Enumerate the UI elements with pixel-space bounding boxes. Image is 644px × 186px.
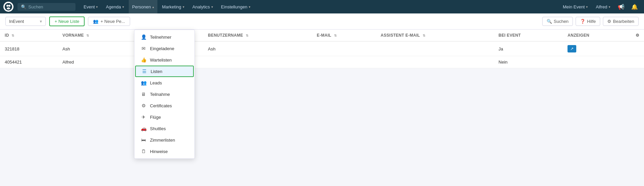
- col-id[interactable]: ID ⇅: [0, 30, 58, 41]
- nav-marketing-arrow: ▾: [183, 5, 184, 9]
- ext-link-button[interactable]: ↗: [568, 45, 576, 52]
- menu-item-teilnehmer[interactable]: 👤Teilnehmer: [134, 31, 194, 43]
- cell-id: 321818: [0, 41, 58, 56]
- cell-row-settings: [631, 41, 644, 56]
- menu-item-eingeladene[interactable]: ✉Eingeladene: [134, 43, 194, 54]
- neue-person-label: + Neue Pe...: [100, 19, 125, 24]
- col-benutzername[interactable]: BENUTZERNAME ⇅: [203, 30, 312, 41]
- filter-dropdown[interactable]: InEvent ▾: [5, 17, 46, 26]
- hilfe-button[interactable]: ❓ Hilfe: [576, 17, 600, 26]
- cell-id: 4054421: [0, 56, 58, 68]
- teilnehmer-icon: 👤: [141, 34, 147, 40]
- neue-liste-button[interactable]: + Neue Liste: [49, 16, 85, 26]
- nav-agenda[interactable]: Agenda ▾: [102, 0, 127, 13]
- col-assistent-email[interactable]: ASSISTENT E-MAIL ⇅: [376, 30, 494, 41]
- cell-assistent-email: [376, 41, 494, 56]
- cell-vorname: Alfred: [58, 56, 136, 68]
- sort-benutzername-icon: ⇅: [246, 34, 248, 37]
- search-box[interactable]: 🔍: [18, 3, 75, 11]
- search-input[interactable]: [28, 4, 72, 9]
- menu-item-wartelisten-label: Wartelisten: [150, 58, 172, 63]
- nav-agenda-arrow: ▾: [122, 5, 124, 9]
- cell-benutzername: [203, 56, 312, 68]
- cell-bei-event: Ja: [494, 41, 563, 56]
- hilfe-icon: ❓: [580, 19, 585, 24]
- megaphone-icon[interactable]: 📢: [615, 0, 627, 13]
- table-row: 4054421 Alfred Alfred... Nein: [0, 56, 644, 68]
- nav-right: Mein Event ▾ Alfred ▾ 📢 🔔: [559, 0, 641, 13]
- suchen-button[interactable]: 🔍 Suchen: [542, 17, 573, 26]
- cell-vorname: Ash: [58, 41, 136, 56]
- svg-point-2: [8, 5, 10, 7]
- filter-value: InEvent: [9, 19, 24, 24]
- personen-dropdown-menu: 👤Teilnehmer✉Eingeladene👍Wartelisten☰List…: [134, 30, 195, 68]
- col-vorname[interactable]: VORNAME ⇅: [58, 30, 136, 41]
- menu-item-eingeladene-label: Eingeladene: [150, 46, 174, 51]
- table-wrap: ID ⇅ VORNAME ⇅ NACH... ⇅ BENUTZERNAME ⇅ …: [0, 30, 644, 68]
- eingeladene-icon: ✉: [141, 46, 147, 51]
- nav-event[interactable]: Event ▾: [80, 0, 101, 13]
- nav-alfred-arrow: ▾: [609, 5, 610, 9]
- bell-icon[interactable]: 🔔: [628, 0, 641, 13]
- search-icon: 🔍: [21, 4, 26, 9]
- cell-benutzername: Ash: [203, 41, 312, 56]
- nav-analytics-arrow: ▾: [211, 5, 213, 9]
- hilfe-label: Hilfe: [587, 19, 596, 24]
- svg-point-3: [7, 7, 10, 9]
- cell-assistent-email: [376, 56, 494, 68]
- top-nav: 🔍 Event ▾ Agenda ▾ Personen ▴ Marketing …: [0, 0, 644, 13]
- nav-event-arrow: ▾: [96, 5, 98, 9]
- sort-vorname-icon: ⇅: [86, 34, 89, 37]
- col-email[interactable]: E-MAIL ⇅: [312, 30, 376, 41]
- menu-item-teilnehmer-label: Teilnehmer: [150, 35, 172, 40]
- suchen-icon: 🔍: [547, 19, 552, 24]
- nav-personen-arrow: ▴: [152, 5, 154, 9]
- col-settings[interactable]: ⚙: [631, 30, 644, 41]
- person-plus-icon: 👥: [93, 19, 98, 24]
- wartelisten-icon: 👍: [141, 57, 147, 63]
- sort-id-icon: ⇅: [11, 34, 14, 37]
- cell-bei-event: Nein: [494, 56, 563, 68]
- dropdown-arrow-icon: ▾: [40, 19, 42, 24]
- cell-email: [312, 41, 376, 56]
- nav-mein-event[interactable]: Mein Event ▾: [559, 0, 591, 13]
- toolbar: InEvent ▾ + Neue Liste 👥 + Neue Pe... 🔍 …: [0, 13, 644, 30]
- svg-point-1: [6, 5, 8, 7]
- cell-anzeigen[interactable]: ↗: [563, 41, 631, 56]
- neue-liste-label: + Neue Liste: [55, 19, 79, 24]
- col-anzeigen: ANZEIGEN: [563, 30, 631, 41]
- bearbeiten-icon: ⚙: [607, 19, 611, 24]
- table-row: 321818 Ash Astro... Ash Ja ↗: [0, 41, 644, 56]
- table-header-row: ID ⇅ VORNAME ⇅ NACH... ⇅ BENUTZERNAME ⇅ …: [0, 30, 644, 41]
- nav-alfred[interactable]: Alfred ▾: [592, 0, 614, 13]
- suchen-label: Suchen: [554, 19, 569, 24]
- nav-einstellungen-arrow: ▾: [249, 5, 250, 9]
- cell-anzeigen: [563, 56, 631, 68]
- nav-personen[interactable]: Personen ▴: [129, 0, 157, 13]
- nav-einstellungen[interactable]: Einstellungen ▾: [218, 0, 254, 13]
- menu-item-listen[interactable]: ☰Listen: [135, 66, 194, 68]
- persons-table: ID ⇅ VORNAME ⇅ NACH... ⇅ BENUTZERNAME ⇅ …: [0, 30, 644, 68]
- app-logo: [3, 2, 13, 12]
- sort-email-icon: ⇅: [334, 34, 337, 37]
- nav-analytics[interactable]: Analytics ▾: [189, 0, 216, 13]
- menu-item-wartelisten[interactable]: 👍Wartelisten: [134, 54, 194, 66]
- cell-row-settings: [631, 56, 644, 68]
- sort-assistent-icon: ⇅: [423, 34, 425, 37]
- nav-marketing[interactable]: Marketing ▾: [159, 0, 188, 13]
- toolbar-right: 🔍 Suchen ❓ Hilfe ⚙ Bearbeiten: [542, 17, 639, 26]
- nav-mein-event-arrow: ▾: [586, 5, 588, 9]
- cell-email: [312, 56, 376, 68]
- bearbeiten-button[interactable]: ⚙ Bearbeiten: [603, 17, 639, 26]
- col-bei-event: BEI EVENT: [494, 30, 563, 41]
- neue-person-button[interactable]: 👥 + Neue Pe...: [88, 17, 130, 26]
- bearbeiten-label: Bearbeiten: [613, 19, 634, 24]
